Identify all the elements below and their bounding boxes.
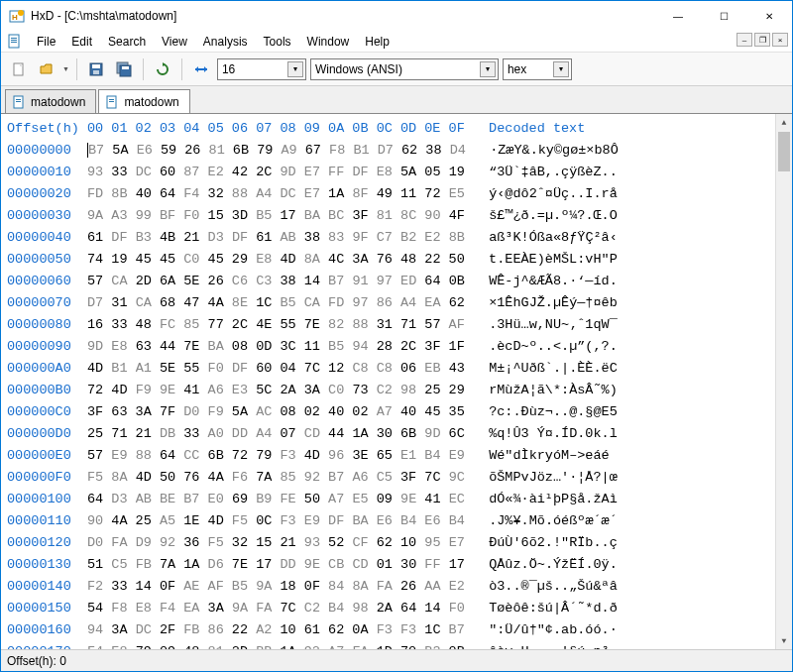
ascii-cell[interactable]: rMùžA¦ã\*:ÀsÂ˜%) — [489, 383, 618, 397]
ascii-cell[interactable]: ×1ÊhGJŽ.µÊý—†¤êb — [489, 295, 618, 310]
bytes-cell[interactable]: D0 FA D9 92 36 F5 32 15 21 93 52 CF 62 1… — [87, 535, 465, 550]
toggle-width-button[interactable] — [189, 57, 213, 81]
save-button[interactable] — [84, 57, 108, 81]
hex-row[interactable]: 00000010 93 33 DC 60 87 E2 42 2C 9D E7 F… — [7, 162, 786, 183]
bytes-cell[interactable]: 9A A3 99 BF F0 15 3D B5 17 BA BC 3F 81 8… — [87, 208, 465, 223]
ascii-cell[interactable]: “3Ü`‡âB,.çÿßèZ.. — [489, 165, 618, 179]
hex-row[interactable]: 00000030 9A A3 99 BF F0 15 3D B5 17 BA B… — [7, 205, 786, 227]
menu-file[interactable]: File — [29, 33, 63, 51]
ascii-cell[interactable]: aß³K!Óßa«8ƒŸÇ²â‹ — [489, 230, 618, 245]
hex-row[interactable]: 00000110 90 4A 25 A5 1E 4D F5 0C F3 E9 D… — [7, 510, 786, 532]
close-button[interactable]: ✕ — [746, 1, 792, 31]
ascii-cell[interactable]: š£™¿ð.=µ.º¼?.Œ.O — [489, 208, 618, 223]
menu-edit[interactable]: Edit — [63, 33, 100, 51]
bytes-per-row-select[interactable]: 16 ▾ — [217, 58, 306, 80]
ascii-cell[interactable]: ôèy.H.-».'§ú.p³. — [489, 644, 618, 649]
minimize-button[interactable]: — — [655, 1, 701, 31]
hex-row[interactable]: 00000050 74 19 45 45 C0 45 29 E8 4D 8A 4… — [7, 249, 786, 271]
ascii-cell[interactable]: Tøèôê:šú|Â´˜*d.ð — [489, 601, 618, 616]
hex-row[interactable]: 000000E0 57 E9 88 64 CC 6B 72 79 F3 4D 9… — [7, 445, 786, 467]
dropdown-icon[interactable]: ▼ — [62, 65, 69, 72]
menu-view[interactable]: View — [154, 33, 195, 51]
encoding-select[interactable]: Windows (ANSI) ▾ — [310, 58, 499, 80]
ascii-cell[interactable]: WÊ-j^&ÆÃ8.·‘—íd. — [489, 274, 618, 288]
refresh-button[interactable] — [151, 57, 174, 81]
ascii-cell[interactable]: ":Ü/û†"¢.ab.óó.· — [489, 622, 618, 637]
menu-analysis[interactable]: Analysis — [195, 33, 256, 51]
hex-row[interactable]: 00000130 51 C5 FB 7A 1A D6 7E 17 DD 9E C… — [7, 554, 786, 576]
new-file-button[interactable] — [7, 57, 31, 81]
menu-help[interactable]: Help — [357, 33, 397, 51]
open-file-button[interactable] — [35, 57, 58, 81]
bytes-cell[interactable]: 61 DF B3 4B 21 D3 DF 61 AB 38 83 9F C7 B… — [87, 230, 465, 245]
bytes-cell[interactable]: 54 F8 E8 F4 EA 3A 9A FA 7C C2 B4 98 2A 6… — [87, 601, 465, 616]
bytes-cell[interactable]: D7 31 CA 68 47 4A 8E 1C B5 CA FD 97 86 A… — [87, 295, 465, 310]
ascii-cell[interactable]: .J%¥.Mõ.óéßºæ´æ´ — [489, 513, 618, 528]
bytes-cell[interactable]: 93 33 DC 60 87 E2 42 2C 9D E7 FF DF E8 5… — [87, 165, 465, 179]
bytes-cell[interactable]: B7 5A E6 59 26 81 6B 79 A9 67 F8 B1 D7 6… — [87, 143, 466, 158]
hex-row[interactable]: 00000120 D0 FA D9 92 36 F5 32 15 21 93 5… — [7, 532, 786, 554]
ascii-cell[interactable]: .ècD~º..<.µ”(,?. — [489, 339, 618, 354]
bytes-cell[interactable]: 72 4D F9 9E 41 A6 E3 5C 2A 3A C0 73 C2 9… — [87, 383, 465, 397]
ascii-cell[interactable]: %q!Û3 Ý¤.ÍD.0k.l — [489, 426, 618, 441]
dropdown-icon[interactable]: ▾ — [287, 61, 303, 77]
bytes-cell[interactable]: F2 33 14 0F AE AF B5 9A 18 0F 84 8A FA 2… — [87, 579, 465, 594]
tab-matodown-2[interactable]: matodown — [98, 89, 189, 113]
hex-row[interactable]: 000000B0 72 4D F9 9E 41 A6 E3 5C 2A 3A C… — [7, 380, 786, 401]
ascii-cell[interactable]: dÓ«¾·ài¹þP§å.žAì — [489, 492, 618, 506]
mdi-minimize-button[interactable]: – — [736, 33, 752, 47]
menu-tools[interactable]: Tools — [256, 33, 299, 51]
hex-row[interactable]: 00000040 61 DF B3 4B 21 D3 DF 61 AB 38 8… — [7, 227, 786, 249]
bytes-cell[interactable]: F5 8A 4D 50 76 4A F6 7A 85 92 B7 A6 C5 3… — [87, 470, 465, 485]
hex-row[interactable]: 00000140 F2 33 14 0F AE AF B5 9A 18 0F 8… — [7, 576, 786, 598]
ascii-cell[interactable]: ò3..®¯µš..„Šú&ªâ — [489, 579, 618, 594]
hex-row[interactable]: 00000160 94 3A DC 2F FB 86 22 A2 10 61 6… — [7, 619, 786, 641]
hex-row[interactable]: 000000D0 25 71 21 DB 33 A0 DD A4 07 CD 4… — [7, 423, 786, 445]
ascii-cell[interactable]: ·ZæY&.ky©gø±×b8Ô — [490, 143, 619, 158]
hex-row[interactable]: 00000000 B7 5A E6 59 26 81 6B 79 A9 67 F… — [7, 140, 786, 162]
ascii-cell[interactable]: M±¡^Uðß`.|.ÈÈ.ëC — [489, 361, 618, 376]
hex-row[interactable]: 00000150 54 F8 E8 F4 EA 3A 9A FA 7C C2 B… — [7, 598, 786, 619]
save-all-button[interactable] — [112, 57, 136, 81]
hex-row[interactable]: 000000A0 4D B1 A1 5E 55 F0 DF 60 04 7C 1… — [7, 358, 786, 380]
hex-row[interactable]: 00000100 64 D3 AB BE B7 E0 69 B9 FE 50 A… — [7, 489, 786, 510]
ascii-cell[interactable]: .3Hü…w,NU~‚ˆ1qW¯ — [489, 317, 618, 332]
bytes-cell[interactable]: FD 8B 40 64 F4 32 88 A4 DC E7 1A 8F 49 1… — [87, 186, 465, 201]
bytes-cell[interactable]: 51 C5 FB 7A 1A D6 7E 17 DD 9E CB CD 01 3… — [87, 557, 465, 572]
bytes-cell[interactable]: 57 CA 2D 6A 5E 26 C6 C3 38 14 B7 91 97 E… — [87, 274, 465, 288]
scroll-up-button[interactable]: ▲ — [776, 114, 792, 131]
bytes-cell[interactable]: 16 33 48 FC 85 77 2C 4E 55 7E 82 88 31 7… — [87, 317, 465, 332]
tab-matodown-1[interactable]: matodown — [5, 89, 96, 113]
maximize-button[interactable]: ☐ — [701, 1, 746, 31]
hex-row[interactable]: 00000020 FD 8B 40 64 F4 32 88 A4 DC E7 1… — [7, 183, 786, 205]
menu-search[interactable]: Search — [100, 33, 154, 51]
ascii-cell[interactable]: t.EEÀE)èMŠL:vH"P — [489, 252, 618, 267]
hex-body[interactable]: 00000000 B7 5A E6 59 26 81 6B 79 A9 67 F… — [7, 140, 786, 649]
ascii-cell[interactable]: QÅûz.Ö~.ÝžËÍ.0ÿ. — [489, 557, 618, 572]
hex-row[interactable]: 00000170 F4 E8 79 09 48 81 2D BB 1A 92 A… — [7, 641, 786, 649]
scroll-down-button[interactable]: ▼ — [776, 632, 792, 649]
dropdown-icon[interactable]: ▾ — [553, 61, 569, 77]
ascii-cell[interactable]: õŠMPvJöz…'·¦Å?|œ — [489, 470, 618, 485]
bytes-cell[interactable]: 64 D3 AB BE B7 E0 69 B9 FE 50 A7 E5 09 9… — [87, 492, 465, 506]
ascii-cell[interactable]: Wé"dÌkryóM–>eáé — [489, 448, 610, 463]
bytes-cell[interactable]: F4 E8 79 09 48 81 2D BB 1A 92 A7 FA 1D 7… — [87, 644, 465, 649]
hex-row[interactable]: 000000F0 F5 8A 4D 50 76 4A F6 7A 85 92 B… — [7, 467, 786, 489]
mdi-close-button[interactable]: × — [772, 33, 788, 47]
hex-row[interactable]: 00000070 D7 31 CA 68 47 4A 8E 1C B5 CA F… — [7, 292, 786, 314]
bytes-cell[interactable]: 3F 63 3A 7F D0 F9 5A AC 08 02 40 02 A7 4… — [87, 404, 465, 419]
bytes-cell[interactable]: 4D B1 A1 5E 55 F0 DF 60 04 7C 12 C8 C8 0… — [87, 361, 465, 376]
bytes-cell[interactable]: 94 3A DC 2F FB 86 22 A2 10 61 62 0A F3 F… — [87, 622, 465, 637]
bytes-cell[interactable]: 25 71 21 DB 33 A0 DD A4 07 CD 44 1A 30 6… — [87, 426, 465, 441]
ascii-cell[interactable]: ÐúÙ'6õ2.!"RÏb..ç — [489, 535, 618, 550]
bytes-cell[interactable]: 74 19 45 45 C0 45 29 E8 4D 8A 4C 3A 76 4… — [87, 252, 465, 267]
vertical-scrollbar[interactable]: ▲ ▼ — [775, 114, 792, 649]
ascii-cell[interactable]: ý‹@dô2ˆ¤Üç..I.rå — [489, 186, 618, 201]
hex-editor[interactable]: Offset(h) 00 01 02 03 04 05 06 07 08 09 … — [1, 114, 792, 649]
hex-row[interactable]: 00000090 9D E8 63 44 7E BA 08 0D 3C 11 B… — [7, 336, 786, 358]
menu-window[interactable]: Window — [299, 33, 358, 51]
number-base-select[interactable]: hex ▾ — [503, 58, 572, 80]
hex-row[interactable]: 00000060 57 CA 2D 6A 5E 26 C6 C3 38 14 B… — [7, 271, 786, 292]
hex-row[interactable]: 00000080 16 33 48 FC 85 77 2C 4E 55 7E 8… — [7, 314, 786, 336]
ascii-cell[interactable]: ?c:.Ðùz¬..@.§@E5 — [489, 404, 618, 419]
